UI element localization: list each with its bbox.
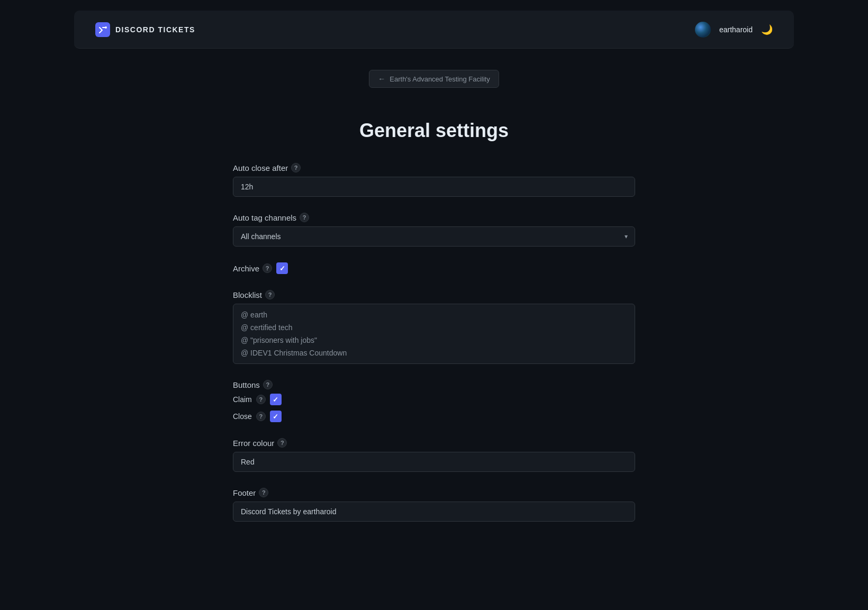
page-title: General settings bbox=[233, 120, 635, 142]
buttons-help-icon[interactable]: ? bbox=[263, 380, 273, 389]
list-item: @ earth bbox=[241, 311, 627, 319]
archive-help-icon[interactable]: ? bbox=[263, 263, 272, 273]
theme-toggle[interactable]: 🌙 bbox=[761, 24, 773, 35]
claim-label: Claim bbox=[233, 395, 252, 404]
back-button[interactable]: ← Earth's Advanced Testing Facility bbox=[369, 70, 499, 88]
auto-tag-select[interactable]: All channels None bbox=[233, 226, 635, 247]
blocklist-item-2: @ "prisoners with jobs" bbox=[241, 336, 317, 344]
blocklist-help-icon[interactable]: ? bbox=[265, 290, 275, 299]
auto-tag-field: Auto tag channels ? All channels None ▾ bbox=[233, 213, 635, 247]
navbar-right: eartharoid 🌙 bbox=[695, 22, 773, 38]
buttons-label: Buttons ? bbox=[233, 380, 635, 389]
auto-close-label: Auto close after ? bbox=[233, 163, 635, 172]
archive-row: Archive ? ✓ bbox=[233, 262, 635, 274]
navbar: DISCORD TICKETS eartharoid 🌙 bbox=[74, 11, 794, 49]
auto-tag-label: Auto tag channels ? bbox=[233, 213, 635, 222]
close-checkbox[interactable]: ✓ bbox=[270, 411, 282, 422]
auto-tag-select-wrapper: All channels None ▾ bbox=[233, 226, 635, 247]
footer-field: Footer ? bbox=[233, 488, 635, 522]
error-colour-label: Error colour ? bbox=[233, 438, 635, 448]
back-arrow-icon: ← bbox=[378, 75, 385, 83]
error-colour-help-icon[interactable]: ? bbox=[277, 438, 287, 448]
archive-check-icon: ✓ bbox=[279, 265, 285, 272]
footer-label: Footer ? bbox=[233, 488, 635, 497]
list-item: @ certified tech bbox=[241, 323, 627, 332]
close-check-icon: ✓ bbox=[273, 413, 278, 421]
claim-check-icon: ✓ bbox=[273, 396, 278, 404]
auto-close-field: Auto close after ? bbox=[233, 163, 635, 197]
auto-close-help-icon[interactable]: ? bbox=[291, 163, 301, 172]
svg-point-1 bbox=[105, 26, 107, 29]
main-content: ← Earth's Advanced Testing Facility Gene… bbox=[222, 59, 646, 553]
ticket-icon bbox=[95, 22, 110, 37]
list-item: @ IDEV1 Christmas Countdown bbox=[241, 349, 627, 357]
brand: DISCORD TICKETS bbox=[95, 22, 195, 37]
archive-field: Archive ? ✓ bbox=[233, 262, 635, 274]
settings-form: Auto close after ? Auto tag channels ? A… bbox=[233, 163, 635, 522]
archive-label: Archive ? bbox=[233, 263, 272, 273]
archive-checkbox[interactable]: ✓ bbox=[276, 262, 288, 274]
error-colour-input[interactable] bbox=[233, 452, 635, 472]
footer-input[interactable] bbox=[233, 502, 635, 522]
close-row: Close ? ✓ bbox=[233, 411, 635, 422]
buttons-field: Buttons ? Claim ? ✓ Close ? ✓ bbox=[233, 380, 635, 422]
blocklist-box: @ earth @ certified tech @ "prisoners wi… bbox=[233, 304, 635, 364]
auto-close-input[interactable] bbox=[233, 177, 635, 197]
auto-tag-help-icon[interactable]: ? bbox=[300, 213, 309, 222]
claim-checkbox[interactable]: ✓ bbox=[270, 394, 282, 405]
footer-help-icon[interactable]: ? bbox=[259, 488, 268, 497]
list-item: @ "prisoners with jobs" bbox=[241, 336, 627, 344]
claim-help-icon[interactable]: ? bbox=[256, 395, 266, 404]
brand-label: DISCORD TICKETS bbox=[115, 25, 195, 34]
breadcrumb-label: Earth's Advanced Testing Facility bbox=[390, 75, 490, 83]
blocklist-item-3: @ IDEV1 Christmas Countdown bbox=[241, 349, 347, 357]
username: eartharoid bbox=[719, 25, 753, 34]
blocklist-field: Blocklist ? @ earth @ certified tech @ "… bbox=[233, 290, 635, 364]
blocklist-item-1: @ certified tech bbox=[241, 323, 292, 332]
svg-rect-0 bbox=[95, 22, 110, 37]
avatar bbox=[695, 22, 711, 38]
blocklist-label: Blocklist ? bbox=[233, 290, 635, 299]
error-colour-field: Error colour ? bbox=[233, 438, 635, 472]
close-help-icon[interactable]: ? bbox=[256, 412, 266, 421]
claim-row: Claim ? ✓ bbox=[233, 394, 635, 405]
blocklist-item-0: @ earth bbox=[241, 311, 267, 319]
buttons-section: Claim ? ✓ Close ? ✓ bbox=[233, 394, 635, 422]
close-label: Close bbox=[233, 412, 252, 421]
